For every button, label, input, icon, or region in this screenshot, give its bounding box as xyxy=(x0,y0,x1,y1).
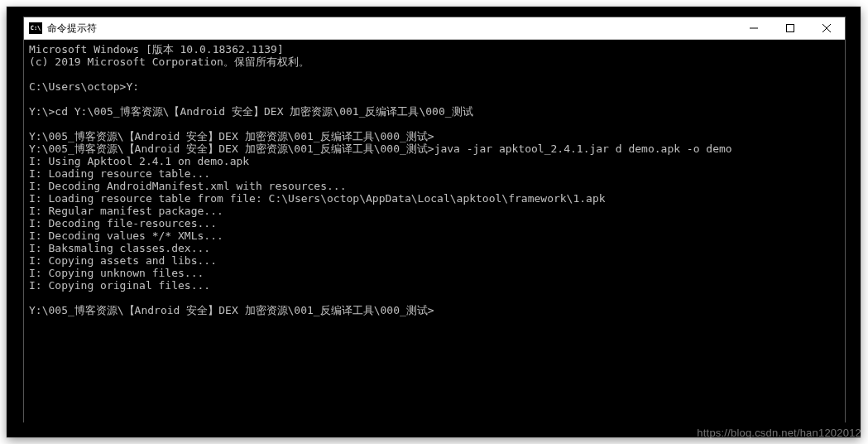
cmd-window: C:\ 命令提示符 Microsoft Windows [版本 10.0.183… xyxy=(23,17,846,422)
titlebar[interactable]: C:\ 命令提示符 xyxy=(24,17,845,40)
window-title: 命令提示符 xyxy=(47,22,97,36)
terminal-line: Y:\005_博客资源\【Android 安全】DEX 加密资源\001_反编译… xyxy=(29,304,840,316)
terminal-line: I: Using Apktool 2.4.1 on demo.apk xyxy=(29,155,840,167)
titlebar-left: C:\ 命令提示符 xyxy=(24,22,97,36)
cmd-icon: C:\ xyxy=(29,22,42,34)
terminal-line: I: Regular manifest package... xyxy=(29,205,840,217)
minimize-button[interactable] xyxy=(736,17,772,39)
terminal-line: Y:\005_博客资源\【Android 安全】DEX 加密资源\001_反编译… xyxy=(29,130,840,142)
maximize-button[interactable] xyxy=(772,17,808,39)
window-controls xyxy=(736,17,845,39)
terminal-line: I: Copying assets and libs... xyxy=(29,254,840,267)
close-icon xyxy=(822,24,831,32)
terminal-line: I: Baksmaling classes.dex... xyxy=(29,242,840,254)
terminal-line: Y:\>cd Y:\005_博客资源\【Android 安全】DEX 加密资源\… xyxy=(29,105,840,118)
close-button[interactable] xyxy=(808,17,845,39)
terminal-line: I: Decoding file-resources... xyxy=(29,217,840,229)
terminal-line: Y:\005_博客资源\【Android 安全】DEX 加密资源\001_反编译… xyxy=(29,142,840,155)
cmd-icon-label: C:\ xyxy=(31,26,41,31)
watermark-text: https://blog.csdn.net/han1202012 xyxy=(697,427,861,439)
terminal-line: I: Copying original files... xyxy=(29,279,840,292)
terminal-line: I: Loading resource table... xyxy=(29,167,840,180)
terminal-line xyxy=(29,292,840,304)
terminal-line: I: Decoding AndroidManifest.xml with res… xyxy=(29,180,840,192)
terminal-line: I: Decoding values */* XMLs... xyxy=(29,229,840,242)
maximize-icon xyxy=(786,24,794,32)
terminal-line: I: Copying unknown files... xyxy=(29,267,840,279)
terminal-line: I: Loading resource table from file: C:\… xyxy=(29,192,840,205)
terminal-line xyxy=(29,93,840,105)
terminal-line: (c) 2019 Microsoft Corporation。保留所有权利。 xyxy=(29,56,840,68)
minimize-icon xyxy=(750,24,758,32)
terminal-output[interactable]: Microsoft Windows [版本 10.0.18362.1139](c… xyxy=(24,40,845,429)
terminal-line: C:\Users\octop>Y: xyxy=(29,80,840,93)
svg-rect-1 xyxy=(787,25,794,32)
terminal-line: Microsoft Windows [版本 10.0.18362.1139] xyxy=(29,43,840,56)
terminal-line xyxy=(29,118,840,130)
terminal-line xyxy=(29,68,840,80)
